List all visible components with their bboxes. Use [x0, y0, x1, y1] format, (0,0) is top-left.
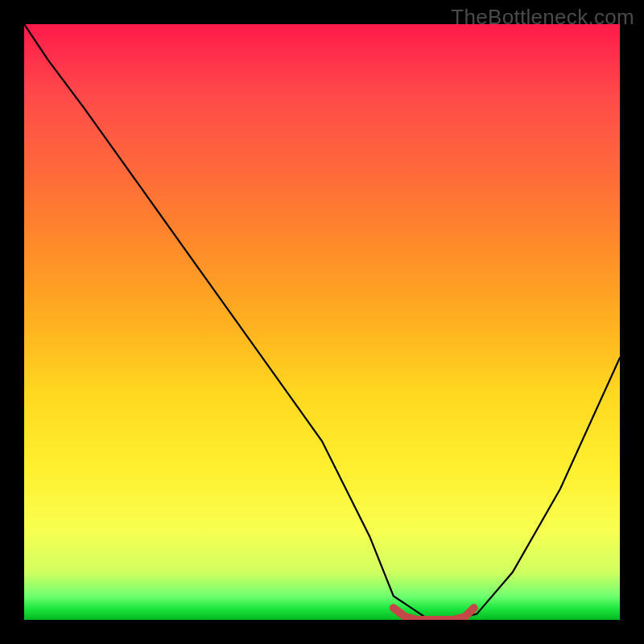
chart-frame: TheBottleneck.com	[0, 0, 644, 644]
curve-svg	[24, 24, 620, 620]
optimal-range-marker	[394, 608, 474, 620]
bottleneck-curve	[24, 24, 620, 620]
plot-area	[24, 24, 620, 620]
watermark-text: TheBottleneck.com	[451, 5, 634, 30]
